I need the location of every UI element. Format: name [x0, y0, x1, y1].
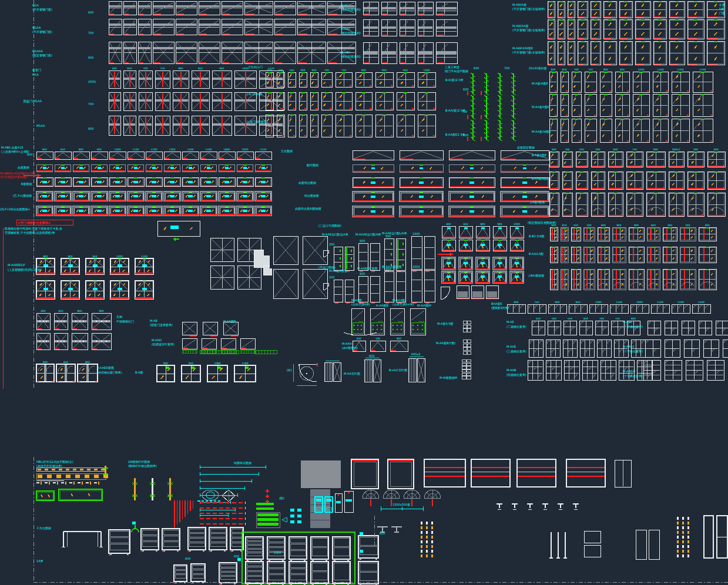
window-block[interactable]	[73, 164, 89, 172]
window-block[interactable]	[687, 41, 704, 65]
cad-cabD[interactable]	[289, 537, 307, 562]
window-block[interactable]	[336, 72, 352, 87]
window-block[interactable]	[200, 164, 216, 172]
cad-ctag[interactable]	[132, 522, 136, 525]
window-block[interactable]	[716, 321, 728, 335]
window-block[interactable]	[562, 172, 572, 189]
window-block[interactable]	[571, 247, 581, 263]
cad-cabD[interactable]	[311, 537, 328, 562]
window-block[interactable]	[418, 19, 433, 36]
window-block[interactable]	[699, 321, 712, 335]
window-block[interactable]	[635, 19, 650, 39]
window-block[interactable]	[459, 271, 472, 283]
window-block[interactable]	[182, 365, 200, 382]
window-block[interactable]	[91, 206, 108, 216]
window-block[interactable]	[370, 341, 385, 351]
window-block[interactable]	[571, 227, 581, 241]
window-block[interactable]	[370, 308, 384, 335]
cad-doorpanel[interactable]	[388, 459, 414, 489]
window-block[interactable]	[240, 338, 255, 353]
window-block[interactable]	[468, 95, 475, 119]
window-block[interactable]	[244, 1, 273, 15]
cad-cabD[interactable]	[289, 562, 307, 585]
window-block[interactable]	[558, 19, 565, 39]
window-block[interactable]	[568, 41, 575, 65]
window-block[interactable]	[336, 115, 352, 137]
window-block[interactable]	[128, 152, 144, 159]
cad-grect[interactable]	[242, 532, 355, 584]
window-block[interactable]	[353, 177, 394, 187]
window-block[interactable]	[173, 116, 189, 135]
window-block[interactable]	[651, 304, 669, 313]
window-block[interactable]	[476, 257, 489, 270]
window-block[interactable]	[583, 247, 595, 263]
window-block[interactable]	[603, 19, 616, 39]
window-block[interactable]	[73, 206, 89, 216]
window-block[interactable]	[86, 258, 104, 274]
window-block[interactable]	[351, 308, 364, 335]
window-block[interactable]	[665, 360, 682, 380]
window-block[interactable]	[669, 41, 685, 65]
window-block[interactable]	[255, 191, 271, 201]
window-block[interactable]	[686, 360, 703, 380]
window-block[interactable]	[600, 119, 612, 142]
window-block[interactable]	[598, 227, 609, 241]
window-block[interactable]	[583, 269, 595, 290]
window-block[interactable]	[501, 206, 549, 217]
window-block[interactable]	[646, 152, 665, 167]
cad-ticksRow[interactable]	[36, 482, 99, 485]
window-block[interactable]	[629, 247, 644, 263]
window-block[interactable]	[155, 92, 170, 110]
window-block[interactable]	[299, 72, 307, 87]
window-block[interactable]	[682, 321, 695, 335]
window-block[interactable]	[589, 304, 608, 313]
window-block[interactable]	[273, 236, 298, 264]
cad-brackets[interactable]	[496, 504, 579, 509]
window-block[interactable]	[109, 92, 120, 110]
cad-qarc[interactable]	[323, 250, 329, 257]
window-block[interactable]	[223, 322, 238, 336]
window-block[interactable]	[146, 206, 162, 216]
window-block[interactable]	[381, 42, 397, 63]
window-block[interactable]	[580, 339, 594, 357]
cad-arch[interactable]	[363, 490, 379, 506]
window-block[interactable]	[582, 360, 598, 380]
window-block[interactable]	[381, 2, 397, 15]
window-block[interactable]	[707, 172, 725, 189]
window-block[interactable]	[288, 115, 296, 137]
window-block[interactable]	[501, 164, 549, 172]
window-block[interactable]	[449, 177, 495, 187]
window-block[interactable]	[153, 1, 174, 15]
window-block[interactable]	[493, 226, 506, 238]
window-block[interactable]	[572, 119, 581, 142]
window-block[interactable]	[576, 152, 588, 167]
cad-cabD[interactable]	[230, 527, 243, 552]
window-block[interactable]	[36, 281, 55, 299]
window-block[interactable]	[200, 177, 217, 186]
window-block[interactable]	[200, 206, 217, 216]
window-block[interactable]	[192, 70, 209, 88]
window-block[interactable]	[375, 72, 393, 87]
window-block[interactable]	[510, 226, 524, 238]
window-block[interactable]	[633, 119, 649, 142]
window-block[interactable]	[212, 70, 232, 88]
window-block[interactable]	[571, 269, 581, 290]
window-block[interactable]	[693, 72, 713, 92]
cad-cooler[interactable]	[344, 491, 353, 512]
window-block[interactable]	[707, 19, 724, 39]
window-block[interactable]	[663, 227, 677, 241]
window-block[interactable]	[310, 72, 318, 87]
window-block[interactable]	[274, 1, 296, 15]
window-block[interactable]	[680, 247, 696, 263]
window-block[interactable]	[139, 116, 152, 135]
window-block[interactable]	[481, 120, 489, 141]
window-block[interactable]	[123, 1, 136, 15]
window-block[interactable]	[532, 321, 545, 335]
window-block[interactable]	[36, 164, 52, 172]
window-block[interactable]	[123, 19, 136, 35]
window-block[interactable]	[255, 177, 271, 186]
window-block[interactable]	[91, 191, 108, 201]
window-block[interactable]	[561, 94, 568, 116]
window-block[interactable]	[665, 321, 677, 335]
window-block[interactable]	[370, 276, 380, 303]
